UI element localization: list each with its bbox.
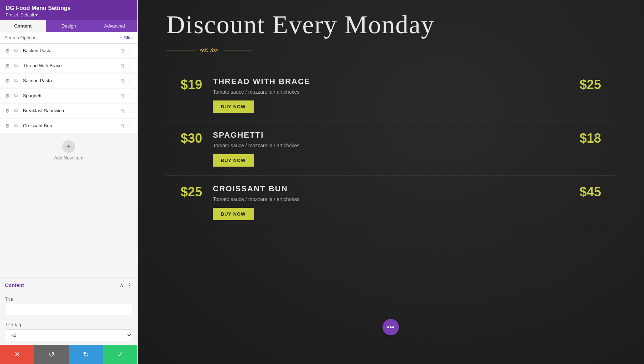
undo-button[interactable]: ↺ [34, 345, 69, 364]
list-item[interactable]: ⚙ ⧉ Croissant Bun 🗑 ⋮ [0, 119, 137, 133]
more-icon[interactable]: ⋮ [127, 92, 133, 99]
content-section-title: Content [5, 282, 119, 288]
options-icon[interactable]: ⋮ [127, 282, 132, 289]
decorative-divider: ⋘⋙ [166, 46, 615, 54]
confirm-button[interactable]: ✓ [103, 345, 137, 364]
gear-icon[interactable]: ⚙ [4, 93, 11, 99]
search-input[interactable] [4, 35, 117, 40]
food-desc-2: Tomato sauce / mozzarella / artichokes [213, 196, 569, 202]
food-details-2: CROISSANT BUN Tomato sauce / mozzarella … [213, 184, 569, 220]
food-details-0: THREAD WITH BRACE Tomato sauce / mozzare… [213, 77, 569, 113]
tab-content[interactable]: Content [0, 20, 46, 32]
more-icon[interactable]: ⋮ [127, 62, 133, 69]
item-label: Croissant Bun [23, 123, 120, 128]
buy-now-button-1[interactable]: Buy Now [213, 154, 254, 167]
gear-icon[interactable]: ⚙ [4, 48, 11, 54]
food-name-0: THREAD WITH BRACE [213, 77, 569, 86]
item-label: Breakfast Sandwich [23, 108, 120, 113]
items-list: ⚙ ⧉ Backed Pasta 🗑 ⋮ ⚙ ⧉ Thread With Bra… [0, 44, 137, 277]
title-field-group: Title [0, 293, 137, 319]
content-header: Content ∧ ⋮ [0, 277, 137, 293]
more-icon[interactable]: ⋮ [127, 107, 133, 114]
food-price-left-1: $30 [166, 131, 213, 146]
page-heading: Discount Every Monday [166, 11, 615, 39]
food-price-right-0: $25 [569, 77, 615, 92]
title-label: Title [5, 297, 132, 302]
filter-button[interactable]: + Filter [120, 35, 133, 40]
delete-icon[interactable]: 🗑 [120, 123, 125, 129]
chevron-down-icon: ▾ [35, 13, 38, 18]
app-title: DG Food Menu Settings [6, 5, 132, 11]
title-tag-select[interactable]: H1 H2 H3 H4 H5 H6 [5, 329, 132, 341]
food-details-1: SPAGHETTI Tomato sauce / mozzarella / ar… [213, 131, 569, 167]
item-label: Backed Pasta [23, 48, 120, 53]
sidebar-tabs: Content Design Advanced [0, 20, 137, 32]
sidebar-header: DG Food Menu Settings Preset: Default ▾ [0, 0, 137, 20]
copy-icon[interactable]: ⧉ [13, 78, 19, 84]
item-label: Spaghetti [23, 93, 120, 98]
delete-icon[interactable]: 🗑 [120, 108, 125, 114]
food-item-2: $25 CROISSANT BUN Tomato sauce / mozzare… [166, 176, 615, 229]
delete-icon[interactable]: 🗑 [120, 78, 125, 84]
food-price-left-2: $25 [166, 184, 213, 200]
divider-arrow-icon: ⋘⋙ [199, 46, 219, 54]
more-icon[interactable]: ⋮ [127, 47, 133, 54]
item-label: Thread With Brace [23, 63, 120, 68]
redo-button[interactable]: ↻ [69, 345, 103, 364]
copy-icon[interactable]: ⧉ [13, 123, 19, 129]
copy-icon[interactable]: ⧉ [13, 93, 19, 99]
search-bar: + Filter [0, 32, 137, 44]
title-input[interactable] [5, 304, 132, 315]
copy-icon[interactable]: ⧉ [13, 48, 19, 54]
fab-dots-icon: ••• [387, 323, 394, 331]
food-price-right-1: $18 [569, 131, 615, 146]
floating-action-button[interactable]: ••• [382, 319, 399, 335]
food-item-0: $19 THREAD WITH BRACE Tomato sauce / moz… [166, 68, 615, 122]
item-label: Salmon Pasta [23, 78, 120, 83]
list-item[interactable]: ⚙ ⧉ Spaghetti 🗑 ⋮ [0, 89, 137, 103]
food-price-left-0: $19 [166, 77, 213, 92]
add-circle-icon: + [62, 140, 75, 153]
list-item[interactable]: ⚙ ⧉ Thread With Brace 🗑 ⋮ [0, 59, 137, 73]
copy-icon[interactable]: ⧉ [13, 108, 19, 114]
delete-icon[interactable]: 🗑 [120, 63, 125, 69]
divider-line-right [224, 50, 252, 50]
add-new-item-button[interactable]: + Add New Item [0, 134, 137, 167]
add-new-label: Add New Item [54, 155, 83, 161]
canvas-content: Discount Every Monday ⋘⋙ $19 THREAD WITH… [138, 0, 644, 364]
gear-icon[interactable]: ⚙ [4, 63, 11, 69]
title-tag-group: Title Tag H1 H2 H3 H4 H5 H6 [0, 319, 137, 345]
tab-advanced[interactable]: Advanced [92, 20, 137, 32]
gear-icon[interactable]: ⚙ [4, 123, 11, 129]
gear-icon[interactable]: ⚙ [4, 78, 11, 84]
more-icon[interactable]: ⋮ [127, 122, 133, 129]
main-content: Discount Every Monday ⋘⋙ $19 THREAD WITH… [138, 0, 644, 364]
food-price-right-2: $45 [569, 184, 615, 200]
delete-icon[interactable]: 🗑 [120, 93, 125, 99]
canvas: Discount Every Monday ⋘⋙ $19 THREAD WITH… [138, 0, 644, 364]
list-item[interactable]: ⚙ ⧉ Salmon Pasta 🗑 ⋮ [0, 74, 137, 88]
food-name-1: SPAGHETTI [213, 131, 569, 140]
more-icon[interactable]: ⋮ [127, 77, 133, 84]
list-item[interactable]: ⚙ ⧉ Backed Pasta 🗑 ⋮ [0, 44, 137, 58]
content-section: Content ∧ ⋮ Title Title Tag H1 H2 H3 H4 … [0, 277, 137, 345]
sidebar: DG Food Menu Settings Preset: Default ▾ … [0, 0, 138, 364]
tab-design[interactable]: Design [46, 20, 92, 32]
food-desc-1: Tomato sauce / mozzarella / artichokes [213, 143, 569, 148]
food-desc-0: Tomato sauce / mozzarella / artichokes [213, 89, 569, 95]
copy-icon[interactable]: ⧉ [13, 63, 19, 69]
preset-label: Preset: Default ▾ [6, 13, 132, 18]
chevron-up-icon[interactable]: ∧ [119, 282, 124, 289]
title-tag-label: Title Tag [5, 322, 132, 327]
close-button[interactable]: ✕ [0, 345, 34, 364]
list-item[interactable]: ⚙ ⧉ Breakfast Sandwich 🗑 ⋮ [0, 104, 137, 118]
buy-now-button-2[interactable]: Buy Now [213, 208, 254, 220]
food-name-2: CROISSANT BUN [213, 184, 569, 193]
divider-line-left [166, 50, 195, 50]
food-item-1: $30 SPAGHETTI Tomato sauce / mozzarella … [166, 122, 615, 176]
buy-now-button-0[interactable]: Buy Now [213, 100, 254, 113]
delete-icon[interactable]: 🗑 [120, 48, 125, 54]
gear-icon[interactable]: ⚙ [4, 108, 11, 114]
bottom-action-bar: ✕ ↺ ↻ ✓ [0, 345, 137, 364]
